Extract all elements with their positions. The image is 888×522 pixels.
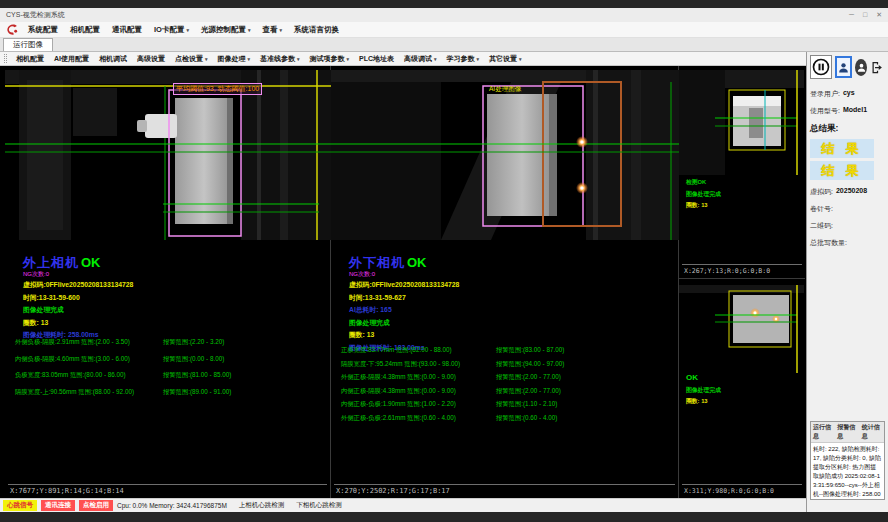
menu-bar: 系统配置 相机配置 通讯配置 IO卡配置▾ 光源控制配置▾ 查看▾ 系统语言切换	[0, 22, 888, 38]
pause-icon	[811, 57, 831, 77]
virtual-code-field: 虚拟码: 20250208	[810, 187, 885, 197]
measurement-row: 隔膜宽度-上:90.56mm 范围:(88.00 - 92.00)报警范围:(8…	[15, 388, 326, 397]
toolbar-item-ai-usage-config[interactable]: AI使用配置	[49, 54, 94, 64]
pixel-coord-readout: X:311;Y:980;R:0;G:0;B:0	[682, 484, 802, 495]
result-box-1: 结 果	[810, 139, 874, 158]
chevron-down-icon: ▾	[347, 56, 350, 62]
tab-run-image[interactable]: 运行图像	[3, 38, 53, 51]
menu-item-language-switch[interactable]: 系统语言切换	[288, 25, 345, 35]
camera-view-small-bottom[interactable]	[679, 285, 804, 377]
batch-write-count-field: 总批写数量:	[810, 238, 885, 248]
current-user-button[interactable]	[835, 56, 852, 78]
window-titlebar: CYS-视觉检测系统 ─ □ ✕	[0, 8, 888, 22]
toolbar-grip	[4, 54, 7, 63]
toolbar-item-camera-config[interactable]: 相机配置	[11, 54, 49, 64]
measurement-row: 内侧正极-负极:1.90mm 范围:(1.00 - 2.20)报警范围:(1.1…	[341, 400, 674, 409]
model-value: Model1	[843, 106, 867, 116]
pixel-coord-readout: X:267;Y:13;R:0;G:0;B:0	[682, 264, 802, 275]
toolbar-item-baseline-params[interactable]: 基准线参数▾	[255, 54, 305, 64]
toolbar-item-test-params[interactable]: 测试项参数▾	[305, 54, 355, 64]
minimize-button[interactable]: ─	[849, 11, 854, 19]
menu-item-io-config[interactable]: IO卡配置▾	[148, 25, 195, 35]
process-done-line: 图像处理完成	[23, 305, 133, 315]
toolbar-item-spot-check[interactable]: 点检设置▾	[170, 54, 213, 64]
time-line: 时间:13-31-59-600	[23, 293, 133, 303]
menu-item-system-config[interactable]: 系统配置	[22, 25, 64, 35]
tab-strip: 运行图像	[0, 38, 888, 52]
measurement-rows: 外侧负极-隔膜:2.91mm 范围:(2.00 - 3.50)报警范围:(2.2…	[15, 338, 326, 397]
log-text: 耗时: 222, 缺陷检测耗时: 17, 缺陷分类耗时: 0, 缺陷提取分区耗时…	[811, 443, 884, 499]
toolbar-item-advanced-debug[interactable]: 高级调试▾	[399, 54, 442, 64]
qr-code-field: 二维码:	[810, 221, 885, 231]
workpiece-plate	[175, 98, 233, 224]
ok-badge: OK	[81, 255, 101, 270]
camera-scene-small-bottom	[679, 285, 804, 373]
camera-scene-small-top	[679, 70, 804, 175]
close-button[interactable]: ✕	[876, 11, 882, 19]
virtual-code-line: 虚拟码:0FFIive20250208133134728	[349, 280, 459, 290]
toolbar-item-image-processing[interactable]: 图像处理▾	[213, 54, 256, 64]
log-tab-run-info[interactable]: 运行信息	[813, 423, 833, 441]
spot-check-status-badge: 点检启用	[79, 500, 113, 511]
ok-badge: OK	[686, 373, 721, 382]
toolbar-item-advanced-settings[interactable]: 高级设置	[132, 54, 170, 64]
toolbar-item-learning-params[interactable]: 学习参数▾	[442, 54, 485, 64]
log-tab-alarm-info[interactable]: 报警信息	[837, 423, 857, 441]
menu-item-comm-config[interactable]: 通讯配置	[106, 25, 148, 35]
ai-time-line: AI总耗时: 165	[349, 305, 459, 315]
login-user-label: 登录用户:	[810, 89, 840, 99]
pixel-coord-readout: X:7677;Y:891;R:14;G:14;B:14	[8, 484, 327, 495]
ai-image-label: AI处理图像	[489, 85, 521, 94]
chevron-down-icon: ▾	[186, 27, 189, 33]
maximize-button[interactable]: □	[863, 11, 867, 19]
ok-badge: OK	[407, 255, 427, 270]
camera-info-block: 检测OK 图像处理完成 圈数: 13	[686, 178, 721, 210]
sidebar-button-row	[810, 55, 885, 79]
upper-camera-heartbeat-status: 上相机心跳检测	[239, 501, 285, 510]
camera-view-small-top[interactable]	[679, 70, 804, 179]
heartbeat-status-badge: 心跳信号	[3, 500, 37, 511]
status-bar: 心跳信号 通讯连接 点检启用 Cpu: 0.0% Memory: 3424.41…	[0, 498, 806, 512]
turns-line: 圈数: 13	[23, 318, 133, 328]
pause-button[interactable]	[810, 55, 832, 79]
login-user-value: cys	[843, 89, 855, 99]
camera-scene-middle	[331, 70, 679, 240]
camera-panel-outer-lower: AI处理图像 外下相机OK NG次数:0 虚拟码:0FFIive20250208…	[331, 66, 679, 498]
chevron-down-icon: ▾	[519, 56, 522, 62]
menu-item-camera-config[interactable]: 相机配置	[64, 25, 106, 35]
menu-item-view[interactable]: 查看▾	[256, 25, 288, 35]
needle-number-field: 卷针号:	[810, 204, 885, 214]
camera-panel-small-bottom: OK 图像处理完成 圈数: 13 X:311;Y:980;R:0;G:0;B:0	[679, 279, 805, 498]
lower-camera-heartbeat-status: 下相机心跳检测	[296, 501, 342, 510]
switch-user-button[interactable]	[855, 59, 867, 76]
user-icon	[856, 62, 867, 73]
camera-view-outer-lower[interactable]: AI处理图像	[331, 70, 679, 244]
threshold-label: 平均阈值:93, 动态阈值:100	[173, 83, 262, 95]
measurement-row: 内侧负极-隔膜:4.60mm 范围:(3.00 - 6.00)报警范围:(0.0…	[15, 355, 326, 364]
virtual-code-line: 虚拟码:0FFIive20250208133134728	[23, 280, 133, 290]
toolbar-item-camera-debug[interactable]: 相机调试	[94, 54, 132, 64]
chevron-down-icon: ▾	[279, 27, 282, 33]
cpu-memory-text: Cpu: 0.0% Memory: 3424.41796875M	[117, 502, 227, 509]
turns-line: 圈数: 13	[349, 330, 459, 340]
workpiece-plate	[487, 94, 557, 216]
menu-item-light-config[interactable]: 光源控制配置▾	[195, 25, 257, 35]
toolbar: 相机配置 AI使用配置 相机调试 高级设置 点检设置▾ 图像处理▾ 基准线参数▾…	[0, 52, 806, 66]
side-camera-column: 检测OK 图像处理完成 圈数: 13 X:267;Y:13;R:0;G:0;B:…	[679, 66, 805, 498]
measurement-row: 隔膜宽度-下:95.24mm 范围:(93.00 - 98.00)报警范围:(9…	[341, 360, 674, 369]
chevron-down-icon: ▾	[205, 56, 208, 62]
toolbar-item-plc-address[interactable]: PLC地址表	[354, 54, 399, 64]
toolbar-item-other-settings[interactable]: 其它设置▾	[484, 54, 527, 64]
camera-view-outer-upper[interactable]: 平均阈值:93, 动态阈值:100	[5, 70, 331, 244]
camera-info-block: 虚拟码:0FFIive20250208133134728 时间:13-31-59…	[349, 280, 459, 353]
log-tabs: 运行信息 报警信息 统计信息	[811, 422, 884, 443]
workpiece-plate	[733, 295, 789, 343]
user-icon	[837, 61, 850, 74]
main-view-area: 平均阈值:93, 动态阈值:100 外上相机OK NG次数:0 虚拟码:0FFI…	[0, 66, 806, 498]
measurement-row: 外侧正极-隔膜:4.38mm 范围:(0.00 - 9.00)报警范围:(2.0…	[341, 373, 674, 382]
screen-bottom-strip	[0, 512, 888, 522]
chevron-down-icon: ▾	[477, 56, 480, 62]
log-tab-stats-info[interactable]: 统计信息	[862, 423, 882, 441]
ng-count-line: NG次数:0	[349, 270, 375, 279]
logout-button[interactable]	[870, 58, 885, 76]
